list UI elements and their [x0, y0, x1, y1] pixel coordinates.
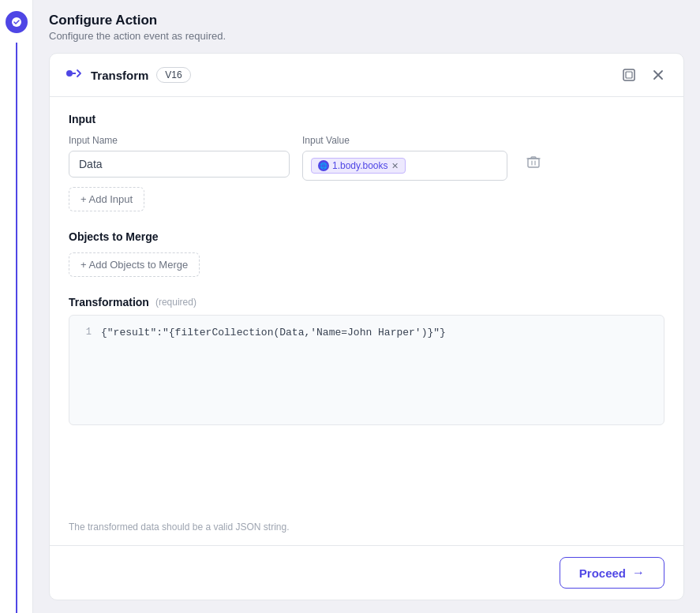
svg-rect-2	[623, 69, 634, 80]
expand-button[interactable]	[619, 65, 639, 85]
tag-globe-icon: 🌐	[318, 160, 329, 171]
close-button[interactable]	[649, 65, 668, 84]
sidebar-step-icon	[6, 11, 28, 33]
input-section-title: Input	[69, 113, 664, 125]
page-subtitle: Configure the action event as required.	[49, 30, 684, 42]
input-row: Input Name Input Value 🌐 1.body.books ✕	[69, 135, 664, 181]
transformation-section: Transformation (required) 1 {"result":"{…	[69, 296, 664, 425]
helper-text: The transformed data should be a valid J…	[50, 521, 683, 545]
proceed-arrow-icon: →	[632, 566, 645, 580]
tag-close-button[interactable]: ✕	[391, 162, 399, 170]
main-content: Configure Action Configure the action ev…	[33, 0, 700, 613]
delete-input-button[interactable]	[520, 149, 547, 179]
proceed-button[interactable]: Proceed →	[560, 557, 664, 589]
card-header-right	[619, 65, 668, 85]
svg-point-1	[66, 70, 73, 77]
add-objects-label: + Add Objects to Merge	[80, 259, 188, 271]
required-label: (required)	[155, 297, 197, 308]
input-section: Input Input Name Input Value 🌐 1.body.bo…	[69, 113, 664, 211]
svg-rect-3	[626, 72, 632, 78]
version-badge: V16	[156, 67, 190, 83]
transformation-title: Transformation	[69, 296, 149, 308]
input-value-tag-input[interactable]: 🌐 1.body.books ✕	[302, 151, 507, 181]
line-numbers: 1	[79, 325, 92, 415]
tag-label: 1.body.books	[332, 160, 388, 171]
transform-icon	[66, 66, 83, 84]
proceed-label: Proceed	[579, 566, 626, 580]
page-title: Configure Action	[49, 13, 684, 28]
configure-action-card: Transform V16	[49, 53, 684, 600]
code-editor[interactable]: 1 {"result":"{filterCollection(Data,'Nam…	[69, 315, 664, 425]
card-body: Input Input Name Input Value 🌐 1.body.bo…	[50, 97, 683, 521]
card-header: Transform V16	[50, 54, 683, 97]
transformation-header: Transformation (required)	[69, 296, 664, 308]
input-value-group: Input Value 🌐 1.body.books ✕	[302, 135, 507, 181]
tag-1body-books: 🌐 1.body.books ✕	[311, 158, 406, 174]
input-value-label: Input Value	[302, 135, 507, 146]
code-content[interactable]: {"result":"{filterCollection(Data,'Name=…	[101, 325, 654, 415]
line-number-1: 1	[86, 327, 92, 338]
input-name-field[interactable]	[69, 151, 290, 178]
input-name-group: Input Name	[69, 135, 290, 178]
card-footer: Proceed →	[50, 545, 683, 600]
input-name-label: Input Name	[69, 135, 290, 146]
svg-rect-4	[528, 159, 539, 167]
add-input-button[interactable]: + Add Input	[69, 187, 144, 211]
objects-section-title: Objects to Merge	[69, 230, 664, 243]
objects-section: Objects to Merge + Add Objects to Merge	[69, 230, 664, 277]
sidebar	[0, 0, 33, 613]
add-input-label: + Add Input	[80, 193, 133, 205]
sidebar-connector-line	[16, 43, 17, 613]
card-title: Transform	[91, 69, 148, 82]
add-objects-button[interactable]: + Add Objects to Merge	[69, 252, 200, 277]
card-header-left: Transform V16	[66, 66, 191, 84]
page-header: Configure Action Configure the action ev…	[49, 13, 684, 42]
